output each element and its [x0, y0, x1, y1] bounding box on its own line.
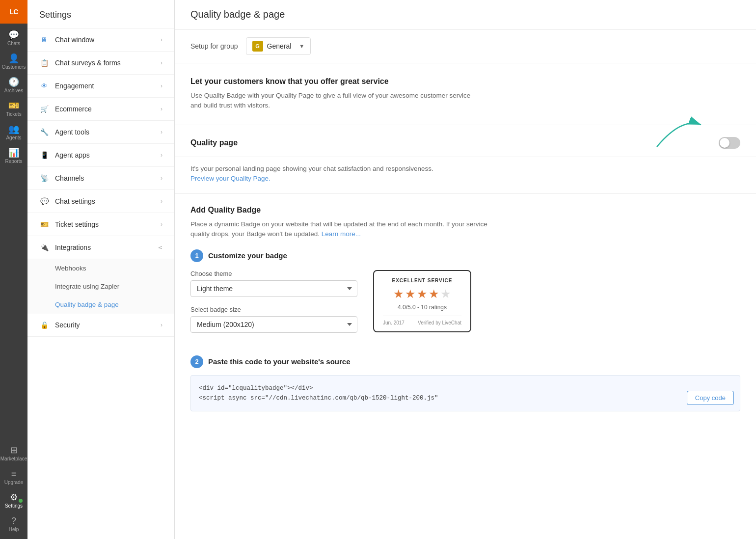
tickets-icon: 🎫	[8, 101, 19, 110]
sidebar-item-agent-apps[interactable]: 📱 Agent apps ›	[27, 144, 174, 167]
sidebar-item-agent-tools[interactable]: 🔧 Agent tools ›	[27, 121, 174, 144]
theme-select[interactable]: Light theme Dark theme	[190, 280, 357, 297]
quality-page-toggle[interactable]	[719, 137, 740, 149]
agents-icon: 👥	[8, 125, 19, 134]
nav-item-settings[interactable]: ⚙ Settings	[0, 488, 27, 512]
code-section: 2 Paste this code to your website's sour…	[175, 355, 756, 423]
nav-label-help: Help	[9, 527, 19, 532]
step2-row: 2 Paste this code to your website's sour…	[190, 355, 740, 368]
chevron-right-icon: ›	[161, 129, 162, 135]
badge-footer: Jun. 2017 Verified by LiveChat	[383, 316, 461, 325]
agent-apps-label: Agent apps	[55, 151, 161, 159]
chat-surveys-label: Chat surveys & forms	[55, 59, 161, 67]
preview-quality-page-link[interactable]: Preview your Quality Page.	[190, 175, 270, 182]
page-title: Quality badge & page	[175, 0, 756, 29]
intro-desc: Use Quality Badge with your Quality Page…	[190, 91, 475, 111]
star-5: ★	[440, 287, 451, 301]
sidebar-item-integrations[interactable]: 🔌 Integrations ∨	[27, 236, 174, 259]
sidebar-item-chat-window[interactable]: 🖥 Chat window ›	[27, 28, 174, 52]
sidebar-item-security[interactable]: 🔒 Security ›	[27, 314, 174, 337]
nav-items: 💬 Chats 👤 Customers 🕐 Archives 🎫 Tickets…	[0, 24, 27, 441]
star-3: ★	[417, 287, 428, 301]
chevron-right-icon: ›	[161, 221, 162, 228]
archives-icon: 🕐	[8, 78, 19, 86]
app-logo: LC	[0, 0, 27, 24]
chevron-right-icon: ›	[161, 82, 162, 89]
sidebar-sub-quality-badge[interactable]: Quality badge & page	[27, 296, 174, 314]
chats-icon: 💬	[8, 30, 19, 39]
step1-row: 1 Customize your badge	[190, 249, 740, 262]
dropdown-arrow-icon: ▼	[299, 43, 304, 49]
chevron-right-icon: ›	[161, 106, 162, 112]
copy-code-button[interactable]: Copy code	[687, 391, 734, 405]
sidebar-item-channels[interactable]: 📡 Channels ›	[27, 167, 174, 190]
ticket-settings-icon: 🎫	[39, 219, 49, 229]
security-icon: 🔒	[39, 320, 49, 330]
learn-more-link[interactable]: Learn more...	[322, 230, 361, 238]
badge-section-title: Add Quality Badge	[190, 206, 740, 215]
reports-icon: 📊	[8, 148, 19, 157]
badge-preview: EXCELLENT SERVICE ★ ★ ★ ★ ★ 4.0/5.0 - 10…	[373, 270, 471, 332]
sidebar-sub-zapier[interactable]: Integrate using Zapier	[27, 277, 174, 296]
badge-verified: Verified by LiveChat	[418, 320, 461, 325]
chat-window-icon: 🖥	[39, 35, 49, 45]
sidebar-item-chat-surveys[interactable]: 📋 Chat surveys & forms ›	[27, 52, 174, 75]
group-icon: G	[252, 41, 263, 52]
nav-item-chats[interactable]: 💬 Chats	[0, 26, 27, 49]
sidebar-item-engagement[interactable]: 👁 Engagement ›	[27, 75, 174, 98]
sidebar-item-ticket-settings[interactable]: 🎫 Ticket settings ›	[27, 213, 174, 236]
main-body: Setup for group G General ▼ Let your cus…	[175, 29, 756, 539]
nav-item-agents[interactable]: 👥 Agents	[0, 120, 27, 143]
quality-page-desc-area: It's your personal landing page showing …	[175, 157, 756, 194]
chat-settings-icon: 💬	[39, 196, 49, 206]
integrations-submenu: Webhooks Integrate using Zapier Quality …	[27, 259, 174, 314]
sidebar-sub-webhooks[interactable]: Webhooks	[27, 259, 174, 277]
integrations-icon: 🔌	[39, 243, 49, 252]
online-indicator	[19, 499, 23, 503]
size-select[interactable]: Small (100x60) Medium (200x120) Large (3…	[190, 316, 357, 333]
zapier-label: Integrate using Zapier	[55, 283, 119, 290]
channels-label: Channels	[55, 174, 161, 182]
nav-label-chats: Chats	[7, 41, 20, 46]
quality-badge-label: Quality badge & page	[55, 301, 119, 308]
chevron-right-icon: ›	[161, 59, 162, 66]
settings-icon: ⚙	[10, 493, 18, 502]
star-1: ★	[393, 287, 404, 301]
group-name: General	[267, 42, 292, 50]
step1-circle: 1	[190, 249, 203, 262]
sidebar-item-ecommerce[interactable]: 🛒 Ecommerce ›	[27, 98, 174, 121]
nav-item-upgrade[interactable]: ≡ Upgrade	[0, 464, 27, 488]
group-selector-dropdown[interactable]: G General ▼	[246, 37, 311, 55]
main-content: Quality badge & page Setup for group G G…	[175, 0, 756, 539]
integrations-label: Integrations	[55, 243, 158, 251]
chevron-right-icon: ›	[161, 152, 162, 159]
nav-item-tickets[interactable]: 🎫 Tickets	[0, 96, 27, 120]
icon-nav: LC 💬 Chats 👤 Customers 🕐 Archives 🎫 Tick…	[0, 0, 27, 539]
quality-page-area: Quality page It's your persona	[175, 125, 756, 194]
quality-page-label: Quality page	[190, 138, 238, 147]
nav-label-settings: Settings	[5, 503, 23, 509]
nav-label-reports: Reports	[5, 159, 22, 164]
intro-title: Let your customers know that you offer g…	[190, 77, 740, 86]
star-4: ★	[429, 287, 439, 301]
sidebar-item-chat-settings[interactable]: 💬 Chat settings ›	[27, 190, 174, 213]
customers-icon: 👤	[8, 54, 19, 63]
chevron-right-icon: ›	[161, 36, 162, 43]
chevron-right-icon: ›	[161, 175, 162, 182]
marketplace-icon: ⊞	[10, 446, 18, 455]
nav-label-tickets: Tickets	[6, 111, 21, 117]
theme-label: Choose theme	[190, 270, 357, 277]
nav-item-help[interactable]: ? Help	[0, 512, 27, 535]
upgrade-icon: ≡	[11, 469, 17, 478]
chevron-right-icon: ›	[161, 198, 162, 205]
nav-item-customers[interactable]: 👤 Customers	[0, 49, 27, 73]
nav-item-reports[interactable]: 📊 Reports	[0, 143, 27, 167]
engagement-label: Engagement	[55, 82, 161, 90]
group-selector-bar: Setup for group G General ▼	[175, 29, 756, 63]
nav-item-archives[interactable]: 🕐 Archives	[0, 73, 27, 96]
chat-settings-label: Chat settings	[55, 197, 161, 205]
chevron-right-icon: ›	[161, 322, 162, 328]
help-icon: ?	[11, 516, 16, 525]
nav-item-marketplace[interactable]: ⊞ Marketplace	[0, 441, 27, 464]
ecommerce-label: Ecommerce	[55, 105, 161, 113]
